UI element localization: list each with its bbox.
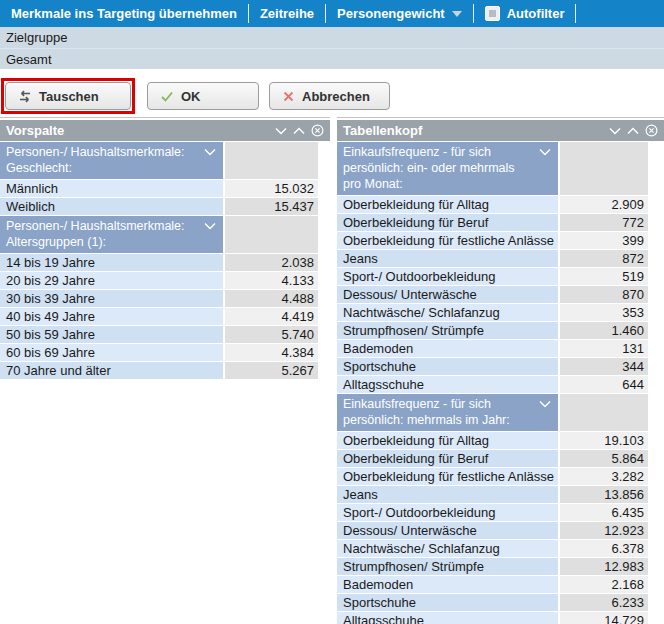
row-value: 4.133 <box>225 272 318 289</box>
chevron-down-icon[interactable] <box>204 222 216 230</box>
table-row[interactable]: Oberbekleidung für Alltag2.909 <box>337 196 664 213</box>
panel-title-bar[interactable]: Tabellenkopf <box>337 120 664 141</box>
row-label[interactable]: 30 bis 39 Jahre <box>0 290 223 307</box>
row-label[interactable]: Nachtwäsche/ Schlafanzug <box>337 540 558 557</box>
row-label[interactable]: Alltagsschuhe <box>337 612 558 624</box>
toolbar-item-zeitreihe[interactable]: Zeitreihe <box>249 0 325 27</box>
table-row[interactable]: Dessous/ Unterwäsche12.923 <box>337 522 664 539</box>
row-label[interactable]: 50 bis 59 Jahre <box>0 326 223 343</box>
row-label[interactable]: 20 bis 29 Jahre <box>0 272 223 289</box>
table-row[interactable]: 70 Jahre und älter5.267 <box>0 362 330 379</box>
chevron-up-icon[interactable] <box>293 127 305 135</box>
row-label[interactable]: Weiblich <box>0 198 223 215</box>
toolbar-item-personengewicht[interactable]: Personengewicht <box>326 0 473 27</box>
table-row[interactable]: Bademoden2.168 <box>337 576 664 593</box>
dropdown-caret-icon[interactable] <box>452 11 462 17</box>
section-header-label[interactable]: Personen-/ Haushaltsmerkmale: Geschlecht… <box>0 142 223 179</box>
row-label[interactable]: 60 bis 69 Jahre <box>0 344 223 361</box>
table-row[interactable]: Jeans872 <box>337 250 664 267</box>
tauschen-button[interactable]: Tauschen <box>5 82 131 110</box>
table-row[interactable]: Oberbekleidung für Alltag19.103 <box>337 432 664 449</box>
row-label[interactable]: Bademoden <box>337 340 558 357</box>
table-row[interactable]: Alltagsschuhe14.729 <box>337 612 664 624</box>
row-label[interactable]: Dessous/ Unterwäsche <box>337 522 558 539</box>
panel-title: Vorspalte <box>6 123 269 138</box>
row-label[interactable]: Oberbekleidung für Alltag <box>337 432 558 449</box>
toolbar-item-merkmale-uebernehmen[interactable]: Merkmale ins Targeting übernehmen <box>0 0 248 27</box>
table-row[interactable]: Sportschuhe344 <box>337 358 664 375</box>
table-row[interactable]: Strumpfhosen/ Strümpfe1.460 <box>337 322 664 339</box>
chevron-up-icon[interactable] <box>627 127 639 135</box>
chevron-down-icon[interactable] <box>539 400 551 408</box>
row-label[interactable]: 40 bis 49 Jahre <box>0 308 223 325</box>
section-header-row[interactable]: Personen-/ Haushaltsmerkmale: Altersgrup… <box>0 216 330 253</box>
row-label[interactable]: Oberbekleidung für Alltag <box>337 196 558 213</box>
abbrechen-button[interactable]: Abbrechen <box>269 82 390 110</box>
table-row[interactable]: 30 bis 39 Jahre4.488 <box>0 290 330 307</box>
row-value: 13.856 <box>560 486 648 503</box>
ok-button[interactable]: OK <box>147 82 259 110</box>
section-header-row[interactable]: Einkaufsfrequenz - für sich persönlich: … <box>337 142 664 195</box>
table-row[interactable]: Sport-/ Outdoorbekleidung519 <box>337 268 664 285</box>
section-header-label[interactable]: Einkaufsfrequenz - für sich persönlich: … <box>337 142 558 195</box>
table-row[interactable]: Bademoden131 <box>337 340 664 357</box>
table-row[interactable]: 60 bis 69 Jahre4.384 <box>0 344 330 361</box>
table-row[interactable]: Jeans13.856 <box>337 486 664 503</box>
row-label[interactable]: Alltagsschuhe <box>337 376 558 393</box>
table-row[interactable]: 50 bis 59 Jahre5.740 <box>0 326 330 343</box>
table-row[interactable]: Weiblich15.437 <box>0 198 330 215</box>
chevron-down-icon[interactable] <box>609 127 621 135</box>
row-label[interactable]: Dessous/ Unterwäsche <box>337 286 558 303</box>
toolbar-item-autofilter[interactable]: Autofilter <box>474 0 576 27</box>
row-label[interactable]: Oberbekleidung für festliche Anlässe <box>337 468 558 485</box>
row-label[interactable]: Strumpfhosen/ Strümpfe <box>337 558 558 575</box>
autofilter-checkbox[interactable] <box>485 6 500 21</box>
table-row[interactable]: Alltagsschuhe644 <box>337 376 664 393</box>
row-label[interactable]: Männlich <box>0 180 223 197</box>
section-header-label[interactable]: Einkaufsfrequenz - für sich persönlich: … <box>337 394 558 431</box>
row-label[interactable]: 70 Jahre und älter <box>0 362 223 379</box>
toolbar-item-label: Zeitreihe <box>260 6 314 21</box>
row-label[interactable]: Sport-/ Outdoorbekleidung <box>337 268 558 285</box>
row-label[interactable]: Oberbekleidung für Beruf <box>337 214 558 231</box>
chevron-down-icon[interactable] <box>204 148 216 156</box>
table-row[interactable]: Nachtwäsche/ Schlafanzug6.378 <box>337 540 664 557</box>
row-value: 872 <box>560 250 648 267</box>
table-row[interactable]: 40 bis 49 Jahre4.419 <box>0 308 330 325</box>
row-value: 15.437 <box>225 198 318 215</box>
table-row[interactable]: Strumpfhosen/ Strümpfe12.983 <box>337 558 664 575</box>
row-label[interactable]: Sportschuhe <box>337 594 558 611</box>
table-row[interactable]: Oberbekleidung für Beruf5.864 <box>337 450 664 467</box>
row-label[interactable]: Nachtwäsche/ Schlafanzug <box>337 304 558 321</box>
row-label[interactable]: Sport-/ Outdoorbekleidung <box>337 504 558 521</box>
table-row[interactable]: Männlich15.032 <box>0 180 330 197</box>
row-label[interactable]: Jeans <box>337 486 558 503</box>
row-label[interactable]: 14 bis 19 Jahre <box>0 254 223 271</box>
table-row[interactable]: Dessous/ Unterwäsche870 <box>337 286 664 303</box>
close-icon[interactable] <box>311 124 324 137</box>
section-header-row[interactable]: Personen-/ Haushaltsmerkmale: Geschlecht… <box>0 142 330 179</box>
row-label[interactable]: Oberbekleidung für Beruf <box>337 450 558 467</box>
chevron-down-icon[interactable] <box>539 148 551 156</box>
table-row[interactable]: Oberbekleidung für festliche Anlässe399 <box>337 232 664 249</box>
table-row[interactable]: Nachtwäsche/ Schlafanzug353 <box>337 304 664 321</box>
row-label[interactable]: Sportschuhe <box>337 358 558 375</box>
table-row[interactable]: Sportschuhe6.233 <box>337 594 664 611</box>
table-row[interactable]: Oberbekleidung für Beruf772 <box>337 214 664 231</box>
table-row[interactable]: 20 bis 29 Jahre4.133 <box>0 272 330 289</box>
row-label[interactable]: Bademoden <box>337 576 558 593</box>
panel-title-bar[interactable]: Vorspalte <box>0 120 330 141</box>
row-label[interactable]: Oberbekleidung für festliche Anlässe <box>337 232 558 249</box>
close-icon[interactable] <box>645 124 658 137</box>
row-value: 12.983 <box>560 558 648 575</box>
row-label[interactable]: Jeans <box>337 250 558 267</box>
section-header-row[interactable]: Einkaufsfrequenz - für sich persönlich: … <box>337 394 664 431</box>
row-value: 14.729 <box>560 612 648 624</box>
table-row[interactable]: 14 bis 19 Jahre2.038 <box>0 254 330 271</box>
section-header-label[interactable]: Personen-/ Haushaltsmerkmale: Altersgrup… <box>0 216 223 253</box>
target-group-value[interactable]: Gesamt <box>0 48 664 69</box>
row-label[interactable]: Strumpfhosen/ Strümpfe <box>337 322 558 339</box>
table-row[interactable]: Oberbekleidung für festliche Anlässe3.28… <box>337 468 664 485</box>
table-row[interactable]: Sport-/ Outdoorbekleidung6.435 <box>337 504 664 521</box>
chevron-down-icon[interactable] <box>275 127 287 135</box>
